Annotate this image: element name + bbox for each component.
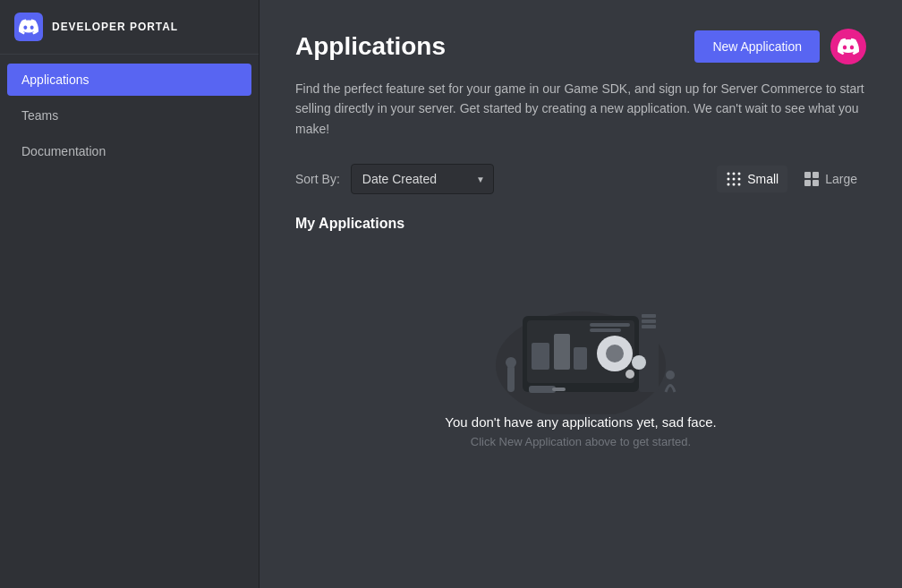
svg-point-6 (728, 183, 730, 186)
svg-point-31 (666, 371, 675, 379)
header-actions: New Application (694, 29, 866, 64)
svg-point-0 (728, 173, 730, 175)
view-toggle: Small Large (717, 166, 866, 192)
main-content: Applications New Application Find the pe… (260, 0, 902, 588)
svg-rect-22 (642, 314, 656, 318)
view-small-button[interactable]: Small (717, 166, 787, 192)
empty-state-message: You don't have any applications yet, sad… (445, 414, 716, 430)
discord-logo-icon (14, 13, 43, 41)
page-title: Applications (295, 32, 446, 61)
sidebar-header: DEVELOPER PORTAL (0, 0, 259, 55)
description-text: Find the perfect feature set for your ga… (295, 79, 866, 139)
page-header: Applications New Application (295, 29, 866, 64)
svg-point-2 (738, 173, 741, 175)
empty-state: You don't have any applications yet, sad… (295, 253, 866, 484)
svg-rect-10 (813, 172, 819, 178)
view-large-button[interactable]: Large (795, 166, 866, 192)
svg-rect-20 (574, 347, 587, 370)
avatar[interactable] (830, 29, 866, 64)
svg-point-5 (738, 178, 741, 181)
svg-rect-23 (642, 320, 656, 323)
svg-rect-29 (507, 365, 515, 392)
svg-rect-17 (590, 328, 621, 332)
sort-section: Sort By: Date Created Name Last Modified (295, 164, 494, 194)
svg-rect-21 (639, 311, 659, 392)
svg-rect-33 (552, 388, 566, 391)
svg-point-4 (733, 178, 736, 181)
empty-illustration (473, 289, 688, 414)
svg-rect-32 (529, 386, 556, 393)
sidebar-item-documentation[interactable]: Documentation (7, 135, 251, 167)
sort-select[interactable]: Date Created Name Last Modified (351, 164, 494, 194)
sidebar-item-applications[interactable]: Applications (7, 64, 251, 96)
svg-point-7 (733, 183, 736, 186)
new-application-button[interactable]: New Application (694, 30, 820, 63)
grid-large-icon (804, 171, 820, 187)
my-applications-section: My Applications (295, 216, 866, 484)
controls-bar: Sort By: Date Created Name Last Modified… (295, 164, 866, 194)
svg-rect-18 (532, 343, 549, 370)
svg-point-30 (506, 357, 516, 368)
portal-title: DEVELOPER PORTAL (52, 21, 178, 33)
svg-rect-16 (590, 323, 630, 327)
sidebar-nav: Applications Teams Documentation (0, 55, 259, 176)
grid-small-icon (726, 171, 742, 187)
svg-point-27 (632, 355, 646, 370)
svg-rect-19 (554, 334, 570, 370)
svg-rect-24 (642, 325, 656, 328)
svg-point-26 (606, 345, 624, 362)
sort-select-wrapper: Date Created Name Last Modified (351, 164, 494, 194)
svg-point-1 (733, 173, 736, 175)
svg-rect-9 (804, 172, 811, 178)
svg-rect-12 (813, 180, 819, 186)
sidebar: DEVELOPER PORTAL Applications Teams Docu… (0, 0, 260, 588)
svg-point-3 (728, 178, 730, 181)
sort-label: Sort By: (295, 172, 340, 186)
svg-rect-11 (804, 180, 811, 186)
section-title: My Applications (295, 216, 866, 232)
empty-state-subtext: Click New Application above to get start… (471, 435, 691, 448)
svg-point-28 (625, 370, 634, 379)
svg-point-8 (738, 183, 741, 186)
sidebar-item-teams[interactable]: Teams (7, 99, 251, 132)
